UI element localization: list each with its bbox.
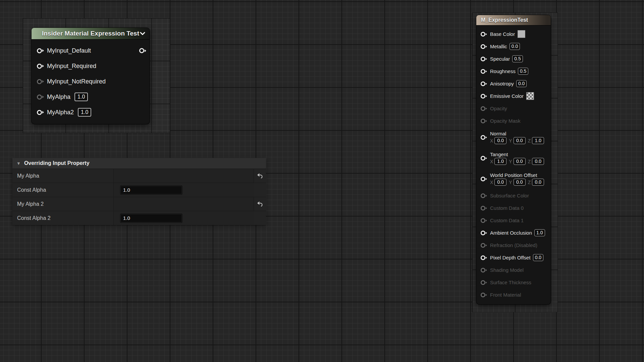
axis-label: X xyxy=(490,180,493,185)
axis-value-box[interactable]: 0.0 xyxy=(494,137,506,144)
pin-label: Custom Data 1 xyxy=(490,218,524,223)
input-pin-icon[interactable] xyxy=(481,231,487,235)
material-pin-row[interactable]: Emissive Color xyxy=(476,90,551,102)
input-pin-icon[interactable] xyxy=(37,79,44,84)
axis-value-box[interactable]: 0.0 xyxy=(532,158,544,165)
input-pin-icon[interactable] xyxy=(481,81,487,86)
input-pin-icon[interactable] xyxy=(481,193,487,198)
expression-pin-list: MyInput_Default MyInput_Required MyInput… xyxy=(32,40,150,124)
expression-node-header[interactable]: Insider Material Expression Test xyxy=(32,28,150,40)
input-pin-icon[interactable] xyxy=(37,110,44,115)
material-pin-row[interactable]: Ambient Occlusion 1.0 xyxy=(476,227,551,239)
pin-value-box[interactable]: 0.0 xyxy=(533,254,543,261)
vector-values: X1.0 Y0.0 Z0.0 xyxy=(490,158,546,165)
pin-value-box[interactable]: 0.0 xyxy=(509,43,520,50)
details-category-header[interactable]: ▼ Overriding Input Property xyxy=(12,158,266,169)
material-pin-row[interactable]: Subsurface Color xyxy=(476,189,551,202)
input-pin-icon[interactable] xyxy=(481,268,487,273)
axis-value-box[interactable]: 0.0 xyxy=(514,179,526,186)
expression-pin-row[interactable]: MyAlpha 1.0 xyxy=(32,89,150,105)
output-pin-icon[interactable] xyxy=(139,48,146,53)
input-pin-icon[interactable] xyxy=(481,293,487,297)
checker-swatch[interactable] xyxy=(526,92,534,100)
input-pin-icon[interactable] xyxy=(481,177,487,181)
material-pin-row[interactable]: Opacity Mask xyxy=(476,115,551,127)
pin-label: Emissive Color xyxy=(490,93,524,99)
collapse-triangle-icon[interactable]: ▼ xyxy=(16,161,21,166)
material-pin-row[interactable]: Roughness 0.5 xyxy=(476,65,551,77)
pin-value-box[interactable]: 0.0 xyxy=(516,80,527,87)
material-pin-row[interactable]: Base Color xyxy=(476,28,551,40)
input-pin-icon[interactable] xyxy=(481,32,487,37)
material-pin-row[interactable]: Shading Model xyxy=(476,264,551,276)
material-pin-row[interactable]: Specular 0.5 xyxy=(476,53,551,65)
expression-pin-row[interactable]: MyInput_Required xyxy=(32,58,150,74)
pin-default-value[interactable]: 1.0 xyxy=(74,93,88,101)
input-pin-icon[interactable] xyxy=(481,69,487,74)
input-pin-icon[interactable] xyxy=(481,119,487,123)
material-pin-row[interactable]: Metallic 0.0 xyxy=(476,40,551,53)
material-node-header[interactable]: M_ExpressionTest xyxy=(476,15,551,25)
input-pin-icon[interactable] xyxy=(481,243,487,248)
input-pin-icon[interactable] xyxy=(481,218,487,223)
input-pin-icon[interactable] xyxy=(481,280,487,285)
pin-value-box[interactable]: 0.5 xyxy=(518,68,528,75)
pin-label: Refraction (Disabled) xyxy=(490,242,537,248)
reset-to-default-button[interactable] xyxy=(254,197,266,211)
material-graph-canvas[interactable]: Insider Material Expression Test MyInput… xyxy=(0,0,644,362)
input-pin-icon[interactable] xyxy=(481,255,487,260)
property-label: My Alpha xyxy=(12,169,113,183)
pin-default-value[interactable]: 1.0 xyxy=(78,108,91,117)
reset-arrow-icon xyxy=(257,173,263,179)
expression-node[interactable]: Insider Material Expression Test MyInput… xyxy=(32,28,150,124)
pin-label: World Position Offset xyxy=(490,172,537,178)
expression-pin-row[interactable]: MyInput_NotRequired xyxy=(32,74,150,89)
input-pin-icon[interactable] xyxy=(481,106,487,111)
expression-pin-row[interactable]: MyAlpha2 1.0 xyxy=(32,105,150,120)
vector-values: X0.0 Y0.0 Z0.0 xyxy=(490,179,546,186)
axis-value-box[interactable]: 1.0 xyxy=(532,137,544,144)
axis-value-box[interactable]: 1.0 xyxy=(494,158,506,165)
property-label: Const Alpha 2 xyxy=(12,211,113,225)
input-pin-icon[interactable] xyxy=(37,64,44,69)
material-pin-row[interactable]: Pixel Depth Offset 0.0 xyxy=(476,251,551,264)
material-pin-row[interactable]: Normal X0.0 Y0.0 Z1.0 xyxy=(476,127,551,148)
material-pin-row[interactable]: Refraction (Disabled) xyxy=(476,239,551,251)
pin-label: Anisotropy xyxy=(490,81,514,86)
input-pin-icon[interactable] xyxy=(481,206,487,210)
axis-value-box[interactable]: 0.0 xyxy=(514,137,526,144)
input-pin-icon[interactable] xyxy=(37,48,44,53)
details-row: My Alpha 2 xyxy=(12,197,266,211)
property-value-input[interactable] xyxy=(120,214,182,223)
material-pin-row[interactable]: Anisotropy 0.0 xyxy=(476,77,551,90)
pin-value-box[interactable]: 1.0 xyxy=(534,229,545,236)
pin-label: Shading Model xyxy=(490,267,524,273)
material-pin-row[interactable]: World Position Offset X0.0 Y0.0 Z0.0 xyxy=(476,169,551,189)
material-pin-row[interactable]: Opacity xyxy=(476,102,551,115)
input-pin-icon[interactable] xyxy=(37,95,44,100)
material-pin-row[interactable]: Tangent X1.0 Y0.0 Z0.0 xyxy=(476,148,551,169)
axis-value-box[interactable]: 0.0 xyxy=(494,179,506,186)
color-swatch[interactable] xyxy=(518,30,525,38)
material-pin-row[interactable]: Surface Thickness xyxy=(476,276,551,289)
pin-label: Roughness xyxy=(490,68,516,74)
material-pin-row[interactable]: Custom Data 1 xyxy=(476,214,551,227)
input-pin-icon[interactable] xyxy=(481,57,487,61)
reset-to-default-button[interactable] xyxy=(254,169,266,183)
input-pin-icon[interactable] xyxy=(481,44,487,49)
axis-value-box[interactable]: 0.0 xyxy=(532,179,544,186)
axis-label: Z xyxy=(528,180,531,185)
chevron-down-icon[interactable] xyxy=(140,31,146,36)
material-pin-row[interactable]: Custom Data 0 xyxy=(476,202,551,214)
material-pin-row[interactable]: Front Material xyxy=(476,289,551,301)
vector-values: X0.0 Y0.0 Z1.0 xyxy=(490,137,546,144)
input-pin-icon[interactable] xyxy=(481,94,487,99)
pin-value-box[interactable]: 0.5 xyxy=(512,55,523,62)
property-value-input[interactable] xyxy=(120,185,182,195)
input-pin-icon[interactable] xyxy=(481,156,487,161)
expression-pin-row[interactable]: MyInput_Default xyxy=(32,43,150,58)
input-pin-icon[interactable] xyxy=(481,135,487,140)
pin-label: Ambient Occlusion xyxy=(490,230,532,236)
axis-value-box[interactable]: 0.0 xyxy=(514,158,526,165)
material-result-node[interactable]: M_ExpressionTest Base Color Metallic 0.0 xyxy=(476,15,551,304)
